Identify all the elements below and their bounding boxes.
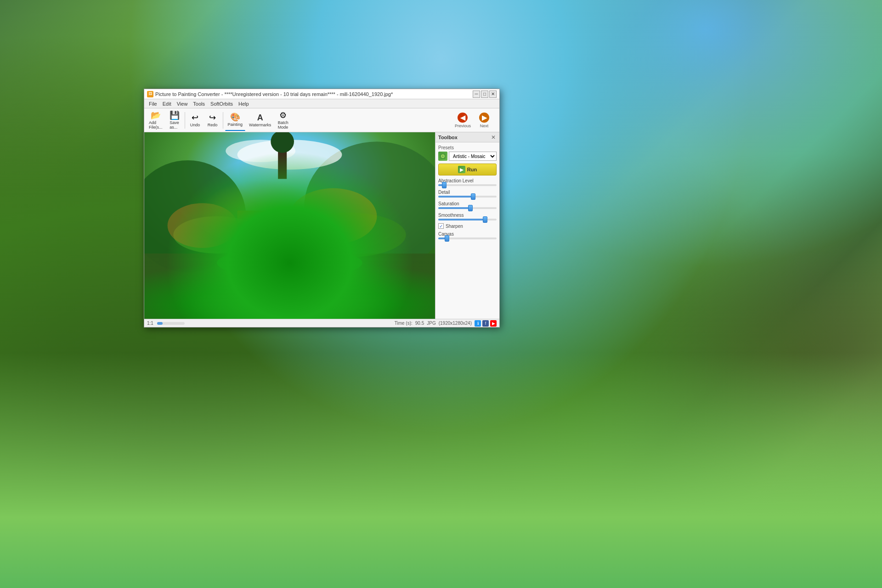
svg-point-2 [304,141,435,272]
main-area: Toolbox ✕ Presets Artistic - Mosaic [144,132,499,319]
sliders-section: Abstraction Level Detail [438,178,497,220]
menu-view[interactable]: View [174,100,191,107]
status-left: 1:1 [147,321,185,326]
canvas-track [438,237,497,239]
format-label: JPG [427,321,435,326]
menu-help[interactable]: Help [236,100,252,107]
zoom-fill [157,322,163,325]
svg-point-10 [290,188,377,244]
dimensions-label: (1920x1280x24) [439,321,472,326]
smoothness-track [438,219,497,220]
saturation-thumb[interactable] [468,205,473,211]
toolbar: 📂 AddFile(s... 💾 Saveas... ↩ Undo ↪ Redo… [144,108,499,132]
presets-row: Artistic - Mosaic [438,152,497,161]
menu-file[interactable]: File [146,100,160,107]
toolbar-sep-1 [185,112,185,129]
menu-softorbits[interactable]: SoftOrbits [208,100,236,107]
svg-rect-14 [278,141,287,179]
redo-button[interactable]: ↪ Redo [204,110,221,131]
toolbar-sep-2 [223,112,223,129]
menu-tools[interactable]: Tools [190,100,208,107]
save-as-button[interactable]: 💾 Saveas... [166,110,183,131]
time-label: Time (s): [395,321,413,326]
toolbox-close-button[interactable]: ✕ [490,134,497,141]
painting-icon: 🎨 [230,113,240,121]
title-bar: 🖼 Picture to Painting Converter - ****Un… [144,89,499,99]
undo-button[interactable]: ↩ Undo [187,110,204,131]
svg-rect-0 [144,132,435,319]
minimize-button[interactable]: ─ [473,90,480,98]
toolbox-header: Toolbox ✕ [435,132,499,142]
app-icon: 🖼 [147,91,153,97]
smoothness-fill [438,219,485,220]
run-label: Run [467,167,477,172]
facebook-icon[interactable]: f [482,320,489,327]
menu-edit[interactable]: Edit [160,100,174,107]
batch-mode-button[interactable]: ⚙ BatchMode [275,110,291,131]
svg-point-8 [290,213,406,257]
redo-icon: ↪ [209,113,216,122]
run-button[interactable]: ▶ Run [438,164,497,175]
abstraction-level-track [438,184,497,186]
zoom-ratio: 1:1 [147,321,153,326]
menu-bar: File Edit View Tools SoftOrbits Help [144,99,499,108]
svg-point-9 [217,248,362,278]
svg-point-5 [232,222,260,252]
toolbar-left: 📂 AddFile(s... 💾 Saveas... ↩ Undo ↪ Redo… [146,110,291,131]
status-right: Time (s): 90.5 JPG (1920x1280x24) ℹ f ▶ [395,320,497,327]
canvas-area[interactable] [144,132,435,319]
info-icon[interactable]: ℹ [475,320,481,327]
canvas-thumb[interactable] [445,235,449,242]
sharpen-checkbox-row: ✓ Sharpen [438,223,497,229]
toolbar-right: ◀ Previous ▶ Next [451,111,493,130]
detail-label: Detail [438,190,497,195]
svg-point-13 [226,140,295,162]
painting-button[interactable]: 🎨 Painting [225,110,246,131]
undo-label: Undo [190,123,200,127]
presets-select[interactable]: Artistic - Mosaic [449,152,497,161]
add-files-button[interactable]: 📂 AddFile(s... [146,110,165,131]
undo-icon: ↩ [192,113,198,122]
selection-marquee [246,220,319,257]
save-as-label: Saveas... [170,120,179,130]
run-icon: ▶ [458,166,465,173]
svg-point-11 [168,203,237,248]
toolbox-panel: Toolbox ✕ Presets Artistic - Mosaic [435,132,499,319]
add-files-icon: 📂 [151,111,161,119]
previous-icon: ◀ [458,113,468,123]
youtube-icon[interactable]: ▶ [490,320,497,327]
canvas-slider-row: Canvas [438,232,497,239]
watermarks-label: Watermarks [249,123,271,127]
presets-section: Presets Artistic - Mosaic [438,145,497,161]
watermarks-button[interactable]: A Watermarks [246,110,274,131]
painting-svg [144,132,435,319]
watermarks-icon: A [257,113,263,122]
svg-point-12 [237,140,342,170]
svg-rect-3 [237,211,301,248]
time-value: 90.5 [415,321,424,326]
detail-thumb[interactable] [471,193,475,200]
close-button[interactable]: ✕ [489,90,497,98]
next-button[interactable]: ▶ Next [475,111,493,130]
abstraction-level-slider: Abstraction Level [438,178,497,186]
smoothness-thumb[interactable] [483,216,487,223]
next-label: Next [480,124,489,128]
abstraction-level-thumb[interactable] [442,182,447,188]
svg-rect-6 [144,254,435,319]
social-icons: ℹ f ▶ [475,320,497,327]
svg-point-7 [173,216,260,254]
painting-label: Painting [228,122,243,127]
painting-canvas [144,132,435,319]
maximize-button[interactable]: □ [481,90,488,98]
saturation-slider: Saturation [438,201,497,209]
add-files-label: AddFile(s... [149,120,163,130]
zoom-slider-track[interactable] [157,322,185,325]
detail-track [438,196,497,198]
svg-point-1 [144,160,246,272]
save-as-icon: 💾 [170,111,180,119]
previous-button[interactable]: ◀ Previous [451,111,475,130]
sharpen-checkbox[interactable]: ✓ [438,223,444,229]
previous-label: Previous [455,124,471,128]
saturation-label: Saturation [438,201,497,206]
title-bar-controls: ─ □ ✕ [473,90,497,98]
